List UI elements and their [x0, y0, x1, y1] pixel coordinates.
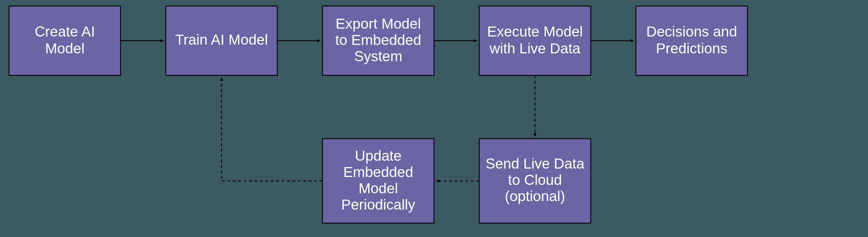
box-decisions-line2: Predictions	[656, 40, 727, 56]
box-send-line3: (optional)	[505, 188, 565, 204]
box-execute-line2: with Live Data	[489, 40, 581, 56]
box-export-line2: to Embedded	[335, 32, 421, 48]
box-decisions-line1: Decisions and	[646, 24, 737, 39]
box-create-line1: Create AI	[35, 24, 95, 39]
box-export-line1: Export Model	[336, 16, 421, 32]
box-export-model: Export Model to Embedded System	[322, 6, 434, 76]
box-send-live-data: Send Live Data to Cloud (optional)	[479, 139, 591, 223]
box-update-line3: Model	[359, 180, 398, 196]
arrow-update-to-train	[221, 78, 322, 181]
box-update-embedded-model: Update Embedded Model Periodically	[322, 139, 434, 223]
box-execute-line1: Execute Model	[487, 24, 583, 39]
box-send-line2: to Cloud	[508, 172, 562, 188]
box-train-line1: Train AI Model	[175, 32, 268, 48]
box-decisions-predictions: Decisions and Predictions	[636, 6, 747, 76]
flow-diagram: Create AI Model Train AI Model Export Mo…	[0, 0, 868, 237]
box-create-line2: Model	[45, 40, 85, 56]
box-create-ai-model: Create AI Model	[9, 6, 121, 76]
box-update-line4: Periodically	[341, 197, 415, 213]
box-update-line1: Update	[355, 148, 402, 164]
box-export-line3: System	[354, 48, 402, 64]
box-send-line1: Send Live Data	[486, 156, 585, 172]
box-execute-model: Execute Model with Live Data	[479, 6, 591, 76]
box-update-line2: Embedded	[343, 164, 413, 180]
box-train-ai-model: Train AI Model	[166, 6, 277, 76]
